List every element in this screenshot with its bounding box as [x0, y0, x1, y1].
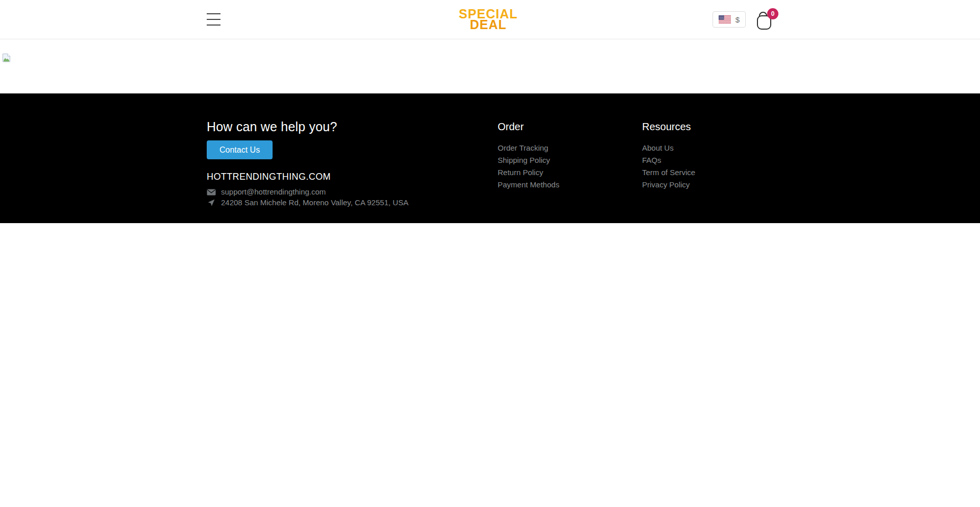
footer-order-column: Order Order Tracking Shipping Policy Ret…	[498, 119, 642, 193]
resources-column-title: Resources	[642, 120, 773, 133]
us-flag-icon	[719, 15, 731, 23]
location-icon	[207, 199, 216, 206]
cart-button[interactable]: 0	[756, 10, 773, 31]
footer-link-order-tracking[interactable]: Order Tracking	[498, 143, 548, 152]
address-row: 24208 San Michele Rd, Moreno Valley, CA …	[207, 198, 498, 208]
resources-links-list: About Us FAQs Term of Service Privacy Po…	[642, 144, 773, 188]
site-footer: How can we help you? Contact Us HOTTREND…	[0, 93, 980, 223]
email-icon	[207, 189, 216, 196]
email-row: support@hottrendingthing.com	[207, 187, 498, 197]
site-logo[interactable]: SPECIAL DEAL	[459, 9, 518, 30]
footer-link-return-policy[interactable]: Return Policy	[498, 168, 543, 177]
footer-help-column: How can we help you? Contact Us HOTTREND…	[207, 119, 498, 208]
order-links-list: Order Tracking Shipping Policy Return Po…	[498, 144, 642, 188]
logo-text-line2: DEAL	[459, 19, 518, 30]
footer-link-term-of-service[interactable]: Term of Service	[642, 168, 695, 177]
broken-image-icon	[2, 53, 11, 63]
header-actions: $ 0	[713, 8, 773, 31]
footer-link-faqs[interactable]: FAQs	[642, 156, 662, 164]
site-header: SPECIAL DEAL	[0, 0, 980, 39]
email-link[interactable]: support@hottrendingthing.com	[221, 187, 326, 197]
footer-link-privacy-policy[interactable]: Privacy Policy	[642, 180, 690, 189]
contact-us-button[interactable]: Contact Us	[207, 140, 273, 159]
currency-symbol: $	[736, 15, 740, 24]
help-heading: How can we help you?	[207, 119, 498, 134]
footer-link-payment-methods[interactable]: Payment Methods	[498, 180, 559, 189]
cart-count-badge: 0	[767, 8, 778, 19]
footer-link-about-us[interactable]: About Us	[642, 143, 674, 152]
menu-button[interactable]	[207, 13, 220, 26]
footer-resources-column: Resources About Us FAQs Term of Service …	[642, 119, 773, 193]
main-content	[0, 39, 980, 93]
currency-selector[interactable]: $	[713, 11, 746, 28]
address-text: 24208 San Michele Rd, Moreno Valley, CA …	[221, 198, 408, 208]
site-name: HOTTRENDINGTHING.COM	[207, 172, 498, 182]
order-column-title: Order	[498, 120, 642, 133]
footer-link-shipping-policy[interactable]: Shipping Policy	[498, 156, 550, 164]
